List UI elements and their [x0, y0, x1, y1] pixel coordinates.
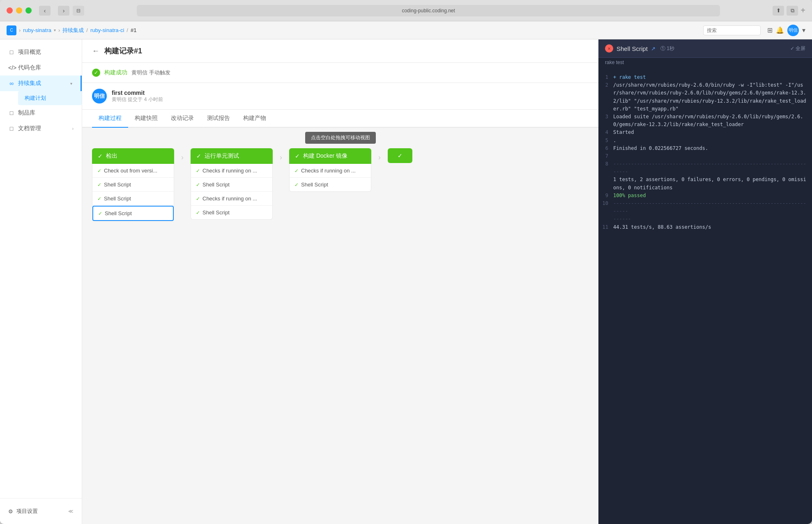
- line-number: [598, 215, 613, 223]
- back-button[interactable]: ←: [92, 47, 99, 55]
- new-tab-button[interactable]: +: [800, 6, 805, 16]
- sep3: /: [86, 27, 88, 33]
- breadcrumb-repo[interactable]: ruby-sinatra-ci: [90, 27, 124, 33]
- terminal-line: 1 + rake test: [598, 74, 812, 81]
- sidebar: □ 项目概览 </> 代码仓库 ∞ 持续集成 ▾ 构建计划 □ 制品库: [0, 39, 82, 524]
- terminal-panel: ✕ Shell Script ↗ ① 1秒 ✓ 全屏 rake test 1 +…: [598, 39, 812, 524]
- line-number: 1: [598, 74, 613, 81]
- breadcrumb-project[interactable]: ruby-sinatra: [23, 27, 51, 33]
- item-text: Shell Script: [104, 182, 131, 188]
- sidebar-settings[interactable]: ⚙ 项目设置 ≪: [0, 503, 82, 519]
- breadcrumb-section[interactable]: 持续集成: [62, 27, 84, 34]
- user-avatar[interactable]: 明信: [787, 25, 799, 36]
- duplicate-button[interactable]: ⧉: [787, 6, 798, 16]
- grid-icon-button[interactable]: ⊞: [767, 26, 773, 34]
- notification-icon-button[interactable]: 🔔: [776, 26, 784, 34]
- terminal-header: ✕ Shell Script ↗ ① 1秒 ✓ 全屏: [598, 39, 812, 58]
- line-number: 10: [598, 200, 613, 215]
- terminal-close-button[interactable]: ✕: [605, 44, 613, 53]
- item-check-icon: ✓: [196, 210, 200, 216]
- list-item[interactable]: ✓ Shell Script: [191, 206, 272, 219]
- settings-icon: ⚙: [8, 508, 13, 515]
- terminal-title: Shell Script: [616, 45, 648, 52]
- sidebar-item-build-plan[interactable]: 构建计划: [18, 91, 82, 105]
- back-nav-button[interactable]: ‹: [39, 6, 51, 16]
- build-content: ← 构建记录#1 ✓ 构建成功 黄明信 手动触发 明信 first commit…: [82, 39, 598, 524]
- user-dropdown-icon[interactable]: ▾: [802, 26, 805, 34]
- terminal-line: 8 --------------------------------------…: [598, 160, 812, 176]
- close-button[interactable]: [7, 7, 13, 14]
- url-text: coding-public.coding.net: [402, 8, 455, 14]
- line-number: 8: [598, 160, 613, 176]
- commit-avatar: 明信: [92, 89, 107, 103]
- terminal-line: 2 /usr/share/rvm/rubies/ruby-2.6.0/bin/r…: [598, 81, 812, 113]
- fullscreen-button[interactable]: [25, 7, 32, 14]
- tab-test-report[interactable]: 测试报告: [200, 110, 237, 128]
- share-button[interactable]: ⬆: [773, 6, 784, 16]
- project-dropdown-icon[interactable]: ▾: [54, 28, 56, 32]
- status-icon: ✓: [92, 69, 100, 77]
- tab-snapshot[interactable]: 构建快照: [128, 110, 164, 128]
- stage-box-checkout: ✓ 检出 ✓ Check out from versi...: [92, 148, 174, 221]
- list-item[interactable]: ✓ Checks if running on ...: [191, 164, 272, 178]
- item-text: Shell Script: [104, 195, 131, 202]
- terminal-link-icon[interactable]: ↗: [651, 46, 656, 52]
- item-check-icon: ✓: [196, 196, 200, 202]
- list-item[interactable]: ✓ Checks if running on ...: [290, 164, 371, 178]
- stage-check-icon: ✓: [398, 152, 403, 159]
- line-number: 5: [598, 137, 613, 145]
- line-content: ----------------------------------------…: [613, 160, 812, 176]
- tab-changes[interactable]: 改动记录: [164, 110, 200, 128]
- line-number: 9: [598, 192, 613, 200]
- stage-items-unit-test: ✓ Checks if running on ... ✓ Shell Scrip…: [191, 164, 273, 220]
- sidebar-item-ci[interactable]: ∞ 持续集成 ▾: [0, 76, 82, 91]
- line-number: 6: [598, 145, 613, 152]
- sidebar-item-artifacts[interactable]: □ 制品库: [0, 105, 82, 121]
- terminal-fullscreen-button[interactable]: ✓ 全屏: [790, 45, 805, 52]
- url-bar[interactable]: coding-public.coding.net: [137, 5, 720, 16]
- build-status-bar: ✓ 构建成功 黄明信 手动触发: [82, 63, 598, 83]
- ci-arrow-icon: ▾: [70, 81, 72, 86]
- tab-process[interactable]: 构建过程: [92, 110, 128, 128]
- sidebar-item-overview[interactable]: □ 项目概览: [0, 44, 82, 60]
- sidebar-overview-label: 项目概览: [18, 48, 41, 56]
- sidebar-item-docs[interactable]: □ 文档管理 ›: [0, 121, 82, 136]
- docs-arrow-icon: ›: [72, 126, 74, 131]
- collapse-icon[interactable]: ≪: [68, 508, 74, 514]
- breadcrumb-bar: C › ruby-sinatra ▾ › 持续集成 / ruby-sinatra…: [0, 21, 812, 39]
- list-item[interactable]: ✓ Shell Script: [290, 178, 371, 191]
- line-number: 7: [598, 152, 613, 160]
- stage-header-checkout: ✓ 检出: [92, 148, 174, 164]
- minimize-button[interactable]: [16, 7, 22, 14]
- commit-meta: 黄明信 提交于 4 小时前: [112, 96, 163, 103]
- stage-arrow-icon: ›: [371, 148, 388, 166]
- list-item[interactable]: ✓ Check out from versi...: [92, 164, 174, 178]
- terminal-line: 3 Loaded suite /usr/share/rvm/rubies/rub…: [598, 113, 812, 129]
- commit-info: 明信 first commit 黄明信 提交于 4 小时前: [82, 83, 598, 110]
- sidebar-item-code[interactable]: </> 代码仓库: [0, 60, 82, 76]
- pipeline-stages: ✓ 检出 ✓ Check out from versi...: [92, 148, 589, 221]
- list-item[interactable]: ✓ Shell Script: [92, 192, 174, 206]
- line-content: .: [613, 137, 812, 145]
- stage-items-docker: ✓ Checks if running on ... ✓ Shell Scrip…: [289, 164, 371, 192]
- stage-header-docker: ✓ 构建 Docker 镜像: [289, 148, 371, 164]
- list-item[interactable]: ✓ Checks if running on ...: [191, 192, 272, 206]
- sep2: ›: [58, 27, 60, 33]
- line-number: 11: [598, 223, 613, 231]
- tab-artifacts[interactable]: 构建产物: [237, 110, 273, 128]
- item-text: Checks if running on ...: [202, 168, 257, 174]
- pipeline-area: 点击空白处拖拽可移动视图 ✓ 检出 ✓: [82, 128, 598, 524]
- item-check-icon: ✓: [97, 168, 101, 174]
- list-item-selected[interactable]: ✓ Shell Script: [92, 206, 174, 221]
- list-item[interactable]: ✓ Shell Script: [191, 178, 272, 192]
- item-check-icon: ✓: [294, 182, 299, 188]
- item-text: Shell Script: [202, 182, 230, 188]
- terminal-line: 4 Started: [598, 129, 812, 136]
- search-input[interactable]: [703, 25, 761, 35]
- tab-view-button[interactable]: ⊟: [73, 6, 84, 16]
- sep4: /: [127, 27, 128, 33]
- build-trigger-text: 黄明信 手动触发: [131, 69, 170, 76]
- list-item[interactable]: ✓ Shell Script: [92, 178, 174, 192]
- sidebar-docs-label: 文档管理: [18, 125, 41, 132]
- forward-nav-button[interactable]: ›: [58, 6, 69, 16]
